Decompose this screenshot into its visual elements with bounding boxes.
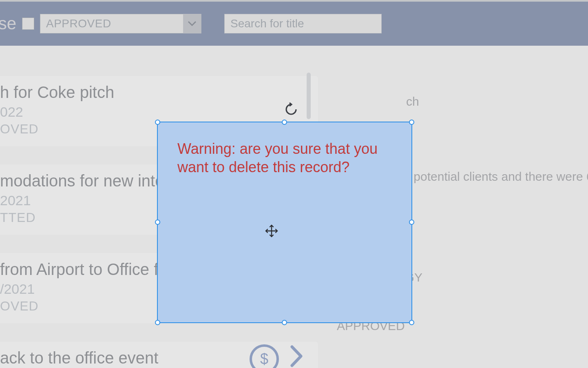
warning-dialog-selection[interactable]: Warning: are you sure that you want to d… [157, 122, 412, 323]
header-dim-overlay [0, 0, 588, 46]
content-area: h for Coke pitch 022 OVED modations for … [0, 46, 588, 368]
rotate-handle-icon[interactable] [284, 102, 298, 118]
svg-text:$: $ [260, 350, 268, 367]
resize-handle-tr[interactable] [409, 120, 414, 125]
resize-handle-ml[interactable] [155, 219, 160, 225]
resize-handle-bc[interactable] [282, 320, 287, 325]
resize-handle-tc[interactable] [282, 120, 287, 125]
resize-handle-bl[interactable] [155, 320, 160, 325]
chevron-right-icon[interactable] [290, 344, 303, 368]
resize-handle-tl[interactable] [155, 120, 160, 125]
list-item-title: h for Coke pitch [0, 83, 312, 102]
warning-dialog-text: Warning: are you sure that you want to d… [158, 122, 411, 176]
resize-handle-mr[interactable] [409, 219, 414, 225]
currency-icon[interactable]: $ [249, 344, 280, 368]
app-header: se APPROVED [0, 2, 588, 46]
detail-desc-fragment: r potential clients and there were 6 of … [406, 170, 588, 184]
scrollbar-thumb[interactable] [307, 73, 311, 119]
resize-handle-br[interactable] [409, 320, 414, 325]
list-item-date: 022 [0, 104, 312, 120]
detail-desc-fragment: ch [406, 95, 588, 109]
